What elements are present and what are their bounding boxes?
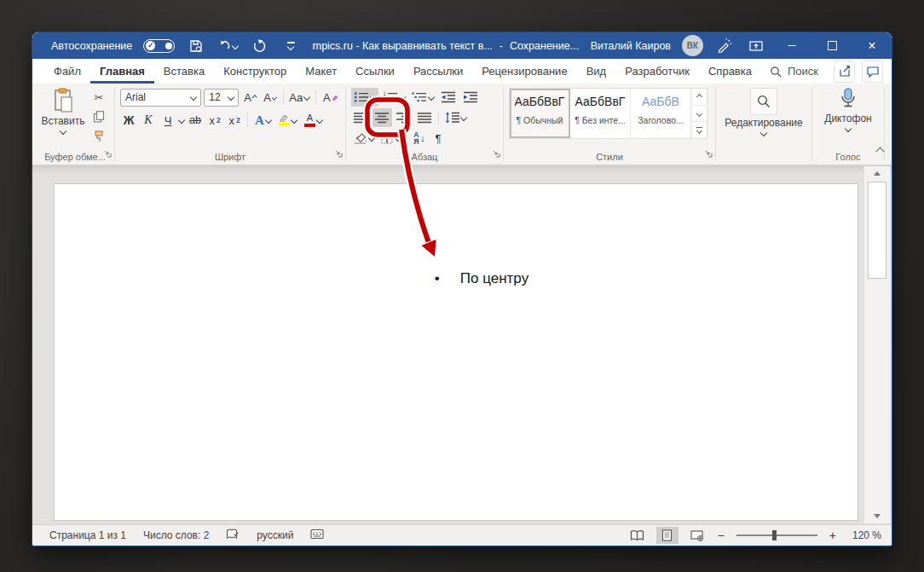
- collapse-ribbon-button[interactable]: [877, 142, 883, 158]
- editing-button[interactable]: Редактирование: [721, 88, 806, 136]
- align-left-icon: [354, 113, 368, 124]
- comments-button[interactable]: [862, 61, 883, 83]
- font-size-combo[interactable]: 12: [204, 89, 239, 107]
- save-button[interactable]: [186, 36, 206, 56]
- tab-developer[interactable]: Разработчик: [615, 59, 699, 84]
- zoom-out-button[interactable]: −: [716, 529, 726, 542]
- avatar[interactable]: ВК: [682, 35, 703, 56]
- document-page[interactable]: • По центру: [54, 183, 858, 521]
- document-title: Lumpics.ru - Как выравнивать текст в...: [312, 40, 493, 52]
- redo-button[interactable]: [249, 36, 269, 56]
- font-color-button[interactable]: А: [302, 111, 325, 130]
- document-text-line[interactable]: • По центру: [80, 270, 883, 287]
- shrink-font-button[interactable]: А: [261, 88, 278, 107]
- tab-references[interactable]: Ссылки: [346, 59, 404, 84]
- align-right-button[interactable]: [394, 108, 413, 127]
- keyboard-button[interactable]: [310, 529, 324, 542]
- quick-access-dropdown[interactable]: [280, 36, 301, 56]
- read-mode-button[interactable]: [627, 527, 649, 544]
- web-layout-button[interactable]: [686, 527, 708, 544]
- format-painter-button[interactable]: [89, 128, 109, 145]
- decrease-indent-button[interactable]: [438, 88, 459, 107]
- show-formatting-marks-button[interactable]: ¶: [430, 129, 447, 147]
- style-normal[interactable]: АаБбВвГ ¶ Обычный: [510, 89, 570, 138]
- grow-font-button[interactable]: А: [241, 88, 258, 107]
- increase-indent-button[interactable]: [460, 88, 481, 107]
- clipboard-dialog-launcher[interactable]: [103, 146, 112, 161]
- tab-help[interactable]: Справка: [699, 59, 761, 84]
- style-no-spacing[interactable]: АаБбВвГ ¶ Без инте...: [570, 89, 631, 138]
- clear-formatting-letter: А: [323, 91, 331, 104]
- text-effects-button[interactable]: А: [252, 111, 274, 130]
- autosave-toggle[interactable]: ✓: [143, 39, 175, 53]
- paste-button[interactable]: Вставить: [41, 88, 85, 145]
- justify-button[interactable]: [415, 108, 435, 127]
- align-left-button[interactable]: [351, 108, 371, 127]
- clear-formatting-button[interactable]: А: [321, 88, 340, 107]
- proofing-button[interactable]: [226, 529, 240, 543]
- strikethrough-button[interactable]: ab: [187, 111, 204, 130]
- separator: [407, 130, 407, 146]
- highlight-color-button[interactable]: [276, 111, 299, 130]
- tab-home[interactable]: Главная: [90, 59, 154, 84]
- vertical-scrollbar[interactable]: [863, 166, 890, 523]
- ink-button[interactable]: [714, 36, 735, 56]
- close-button[interactable]: ×: [858, 34, 886, 57]
- maximize-button[interactable]: [817, 34, 846, 57]
- underline-button[interactable]: Ч: [159, 111, 176, 130]
- font-dialog-launcher[interactable]: [334, 146, 343, 161]
- line-spacing-button[interactable]: [442, 108, 469, 127]
- styles-dialog-launcher[interactable]: [704, 146, 713, 161]
- styles-scroll-up-button[interactable]: [692, 89, 707, 106]
- tab-view[interactable]: Вид: [577, 59, 616, 84]
- scroll-up-button[interactable]: [864, 166, 890, 181]
- shading-button[interactable]: [351, 129, 377, 147]
- justify-icon: [418, 113, 432, 124]
- language-indicator[interactable]: русский: [257, 529, 293, 541]
- multilevel-list-button[interactable]: [409, 88, 436, 107]
- word-count[interactable]: Число слов: 2: [143, 529, 209, 541]
- styles-scroll-down-button[interactable]: [692, 106, 707, 123]
- tab-review[interactable]: Рецензирование: [472, 59, 576, 84]
- share-button[interactable]: [834, 61, 855, 83]
- bold-button[interactable]: Ж: [120, 111, 137, 130]
- superscript-base: x: [228, 114, 234, 127]
- tab-layout[interactable]: Макет: [296, 59, 346, 84]
- tab-design[interactable]: Конструктор: [214, 59, 296, 84]
- zoom-in-button[interactable]: +: [828, 529, 838, 542]
- scrollbar-thumb[interactable]: [868, 182, 886, 279]
- user-name[interactable]: Виталий Каиров: [591, 40, 671, 52]
- styles-more-button[interactable]: [692, 122, 707, 138]
- undo-button[interactable]: [217, 36, 238, 56]
- font-family-combo[interactable]: Arial: [120, 89, 201, 107]
- print-layout-button[interactable]: [656, 527, 679, 544]
- zoom-slider-handle[interactable]: [772, 530, 777, 540]
- superscript-button[interactable]: x2: [226, 111, 243, 130]
- zoom-level[interactable]: 120 %: [846, 529, 881, 541]
- search-box[interactable]: Поиск: [761, 59, 827, 84]
- cut-button[interactable]: ✂: [89, 89, 109, 106]
- scroll-down-button[interactable]: [864, 509, 890, 523]
- minimize-button[interactable]: [777, 34, 806, 57]
- saving-status[interactable]: Сохранение...: [510, 40, 579, 52]
- zoom-slider[interactable]: [736, 534, 817, 536]
- bullets-button[interactable]: [351, 88, 378, 107]
- sort-button[interactable]: А Я ↓: [411, 129, 428, 147]
- change-case-button[interactable]: Аа: [287, 88, 311, 107]
- align-center-button[interactable]: [372, 108, 392, 127]
- style-heading[interactable]: АаБбВ Заголово...: [631, 89, 691, 138]
- subscript-button[interactable]: x2: [206, 111, 223, 130]
- paragraph-dialog-launcher[interactable]: [492, 146, 500, 161]
- numbering-button[interactable]: 123: [380, 88, 407, 107]
- italic-button[interactable]: К: [140, 111, 157, 130]
- borders-button[interactable]: [378, 129, 403, 147]
- tab-insert[interactable]: Вставка: [154, 59, 214, 84]
- underline-dropdown-icon[interactable]: [178, 117, 185, 124]
- tab-file[interactable]: Файл: [44, 59, 90, 84]
- ribbon-display-options-button[interactable]: [746, 36, 766, 56]
- copy-button[interactable]: [89, 108, 109, 125]
- search-icon: [770, 66, 782, 78]
- tab-mailings[interactable]: Рассылки: [404, 59, 472, 84]
- page-info[interactable]: Страница 1 из 1: [49, 529, 126, 541]
- dictate-button[interactable]: Диктофон: [817, 88, 879, 131]
